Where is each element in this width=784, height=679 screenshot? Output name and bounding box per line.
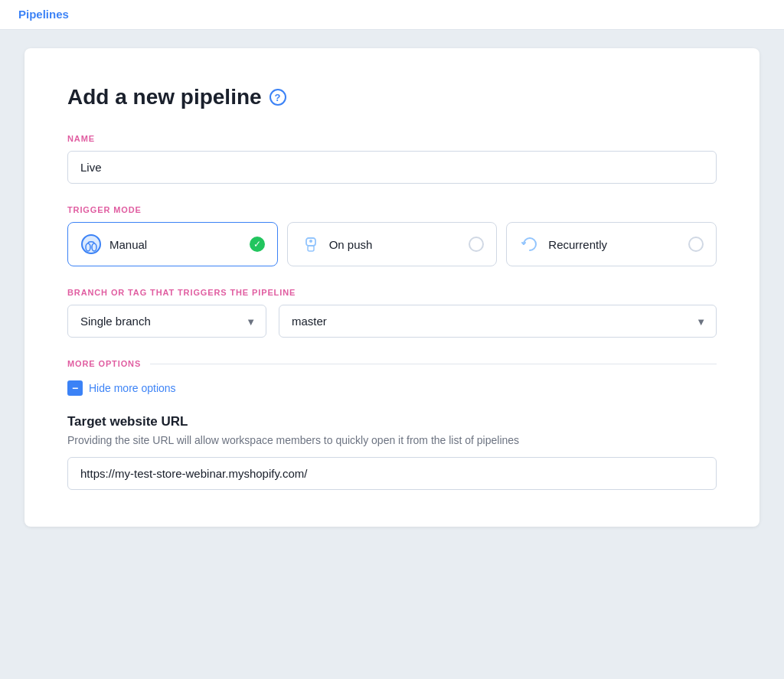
target-url-description: Providing the site URL will allow worksp… [67, 434, 717, 446]
help-icon[interactable]: ? [270, 89, 286, 106]
trigger-mode-label: TRIGGER MODE [67, 205, 717, 214]
trigger-manual-label: Manual [109, 238, 147, 251]
branch-type-select[interactable]: Single branch All branches Tag [67, 305, 266, 338]
manual-check: ✓ [250, 237, 265, 252]
hide-options-button[interactable]: − Hide more options [67, 380, 176, 396]
branch-type-wrapper: Single branch All branches Tag ▼ [67, 305, 266, 338]
branch-selects: Single branch All branches Tag ▼ master … [67, 305, 717, 338]
trigger-option-manual[interactable]: Manual ✓ [67, 222, 278, 266]
svg-rect-4 [308, 246, 314, 251]
manual-icon [80, 233, 102, 255]
name-input[interactable] [67, 151, 717, 184]
branch-label: BRANCH OR TAG THAT TRIGGERS THE PIPELINE [67, 288, 717, 297]
trigger-option-recurrently[interactable]: Recurrently [506, 222, 717, 266]
page-title-row: Add a new pipeline ? [67, 85, 717, 109]
main-card: Add a new pipeline ? NAME TRIGGER MODE [24, 48, 760, 527]
trigger-onpush-label: On push [329, 238, 373, 251]
target-url-input[interactable] [67, 457, 717, 490]
branch-field-group: BRANCH OR TAG THAT TRIGGERS THE PIPELINE… [67, 288, 717, 338]
more-options-header: MORE OPTIONS [67, 359, 717, 368]
trigger-recurrently-label: Recurrently [548, 238, 607, 251]
top-bar-title[interactable]: Pipelines [18, 8, 69, 21]
branch-name-wrapper: master develop main ▼ [279, 305, 717, 338]
branch-name-select[interactable]: master develop main [279, 305, 717, 338]
trigger-options: Manual ✓ On push [67, 222, 717, 266]
onpush-radio [469, 237, 484, 252]
onpush-icon [300, 233, 322, 255]
recurrently-radio [688, 237, 704, 252]
name-label: NAME [67, 134, 717, 143]
hide-icon: − [67, 380, 83, 396]
hide-options-label: Hide more options [89, 382, 176, 394]
more-options-divider [150, 364, 717, 364]
more-options-label: MORE OPTIONS [67, 359, 141, 368]
trigger-option-onpush[interactable]: On push [287, 222, 498, 266]
target-url-title: Target website URL [67, 414, 717, 429]
recurrently-icon [519, 233, 541, 255]
page-title: Add a new pipeline [67, 85, 262, 109]
more-options-section: MORE OPTIONS − Hide more options Target … [67, 359, 717, 490]
top-bar: Pipelines [0, 0, 784, 30]
svg-point-0 [82, 235, 100, 253]
name-field-group: NAME [67, 134, 717, 184]
trigger-mode-group: TRIGGER MODE Manual ✓ [67, 205, 717, 266]
svg-point-5 [309, 240, 312, 243]
